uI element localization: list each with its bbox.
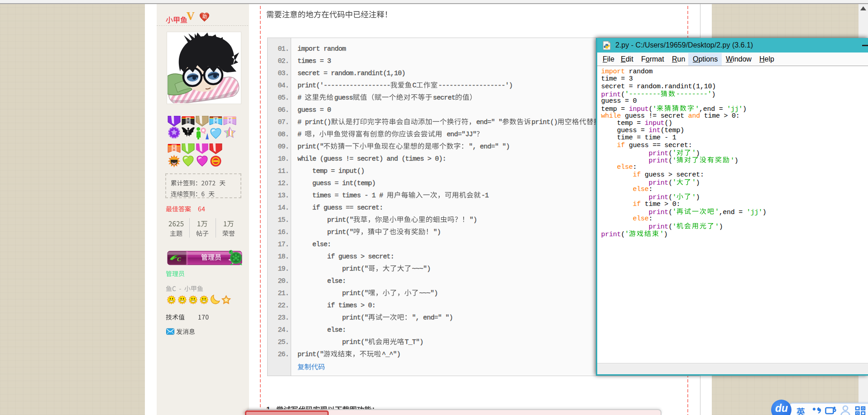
svg-text:X: X <box>229 120 231 124</box>
svg-text:X: X <box>173 148 176 152</box>
svg-text:X: X <box>187 120 190 124</box>
svg-text:X: X <box>215 120 217 124</box>
svg-text:C: C <box>177 256 181 262</box>
